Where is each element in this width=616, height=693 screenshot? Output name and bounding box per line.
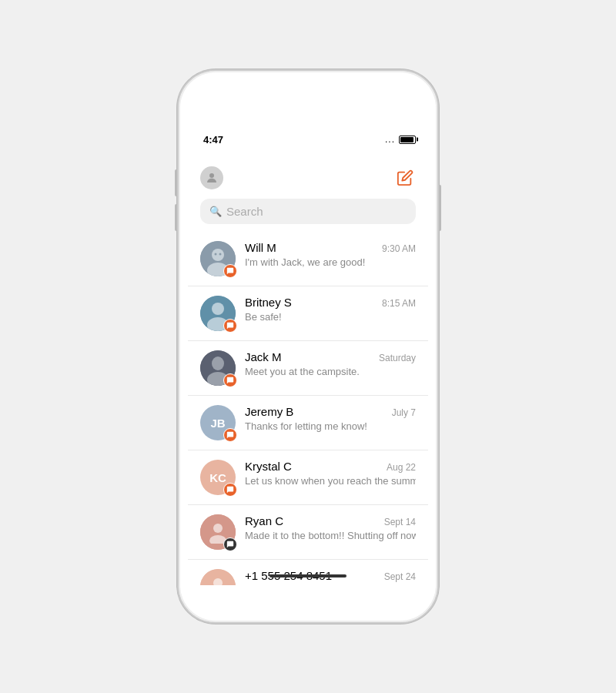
- app-header: [188, 159, 428, 196]
- message-content: Jack M Saturday Meet you at the campsite…: [245, 350, 416, 377]
- home-indicator: [270, 574, 346, 578]
- status-time: 4:47: [203, 134, 223, 146]
- message-badge: [223, 483, 237, 497]
- message-badge: [223, 373, 237, 387]
- contact-name: Krystal C: [245, 460, 292, 473]
- power-button: [439, 185, 441, 231]
- svg-point-0: [209, 173, 214, 178]
- phone-screen: 4:47 ...: [188, 125, 428, 585]
- conversation-item[interactable]: +1 555 254 8451 Sept 24: [188, 560, 428, 585]
- status-icons: ...: [385, 134, 416, 145]
- conversation-item[interactable]: Will M 9:30 AM I'm with Jack, we are goo…: [188, 232, 428, 286]
- message-time: July 7: [392, 407, 416, 418]
- signal-dots: ...: [385, 134, 395, 145]
- message-badge: [223, 319, 237, 333]
- compose-button[interactable]: [394, 167, 416, 189]
- message-content: Will M 9:30 AM I'm with Jack, we are goo…: [245, 241, 416, 268]
- messages-list: Will M 9:30 AM I'm with Jack, we are goo…: [188, 232, 428, 585]
- svg-point-5: [219, 253, 222, 256]
- conversation-item[interactable]: Jack M Saturday Meet you at the campsite…: [188, 341, 428, 396]
- avatar-container: JB: [200, 405, 236, 440]
- message-time: 9:30 AM: [382, 243, 416, 254]
- phone-frame: 4:47 ...: [177, 69, 439, 624]
- message-badge: [223, 428, 237, 442]
- message-time: Sept 24: [384, 571, 416, 582]
- message-preview: Meet you at the campsite.: [245, 366, 416, 377]
- initials: JB: [210, 417, 225, 430]
- contact-name: Ryan C: [245, 514, 283, 527]
- svg-point-12: [213, 524, 223, 533]
- battery-icon: [399, 136, 416, 144]
- avatar-container: [200, 296, 236, 331]
- message-preview: Be safe!: [245, 311, 416, 323]
- avatar-container: [200, 350, 236, 386]
- message-top: Britney S 8:15 AM: [245, 296, 416, 309]
- message-time: Aug 22: [387, 462, 416, 473]
- contact-name: Will M: [245, 241, 276, 254]
- conversation-item[interactable]: JB Jeremy B July 7 Thanks for letting me…: [188, 396, 428, 450]
- volume-down-button: [175, 204, 177, 231]
- message-preview: Thanks for letting me know!: [245, 420, 416, 432]
- search-bar[interactable]: 🔍 Search: [200, 199, 416, 224]
- message-time: Sept 14: [384, 517, 416, 527]
- contact-name: Jack M: [245, 350, 282, 363]
- contact-name: Britney S: [245, 296, 292, 309]
- message-time: 8:15 AM: [382, 298, 416, 309]
- conversation-item[interactable]: KC Krystal C Aug 22 Let us know when you…: [188, 450, 428, 505]
- message-badge: [223, 264, 237, 278]
- message-top: Ryan C Sept 14: [245, 514, 416, 527]
- message-time: Saturday: [379, 353, 416, 363]
- message-top: Will M 9:30 AM: [245, 241, 416, 254]
- initials: KC: [209, 471, 226, 484]
- avatar-container: KC: [200, 460, 236, 495]
- search-icon: 🔍: [209, 206, 222, 217]
- search-placeholder: Search: [226, 205, 263, 218]
- message-top: Jeremy B July 7: [245, 405, 416, 418]
- message-preview: Let us know when you reach the summit!: [245, 475, 416, 487]
- svg-point-10: [212, 357, 224, 370]
- status-bar: 4:47 ...: [188, 125, 428, 159]
- svg-point-14: [213, 578, 223, 585]
- message-top: Jack M Saturday: [245, 350, 416, 363]
- svg-point-7: [212, 303, 224, 315]
- conversation-item[interactable]: Ryan C Sept 14 Made it to the bottom!! S…: [188, 505, 428, 560]
- message-content: Jeremy B July 7 Thanks for letting me kn…: [245, 405, 416, 432]
- message-content: Britney S 8:15 AM Be safe!: [245, 296, 416, 323]
- contact-avatar: [200, 569, 236, 585]
- contact-name: Jeremy B: [245, 405, 293, 418]
- message-preview: I'm with Jack, we are good!: [245, 256, 416, 268]
- svg-point-4: [215, 253, 217, 256]
- profile-avatar[interactable]: [200, 166, 223, 189]
- message-preview: Made it to the bottom!! Shutting off now…: [245, 530, 416, 541]
- message-top: Krystal C Aug 22: [245, 460, 416, 473]
- avatar-container: [200, 569, 236, 585]
- message-content: Krystal C Aug 22 Let us know when you re…: [245, 460, 416, 487]
- message-dark-badge: [223, 537, 237, 551]
- conversation-item[interactable]: Britney S 8:15 AM Be safe!: [188, 286, 428, 341]
- volume-up-button: [175, 169, 177, 196]
- avatar-container: [200, 514, 236, 550]
- avatar-container: [200, 241, 236, 276]
- svg-point-2: [212, 249, 224, 261]
- message-content: Ryan C Sept 14 Made it to the bottom!! S…: [245, 514, 416, 541]
- battery-fill: [400, 137, 413, 142]
